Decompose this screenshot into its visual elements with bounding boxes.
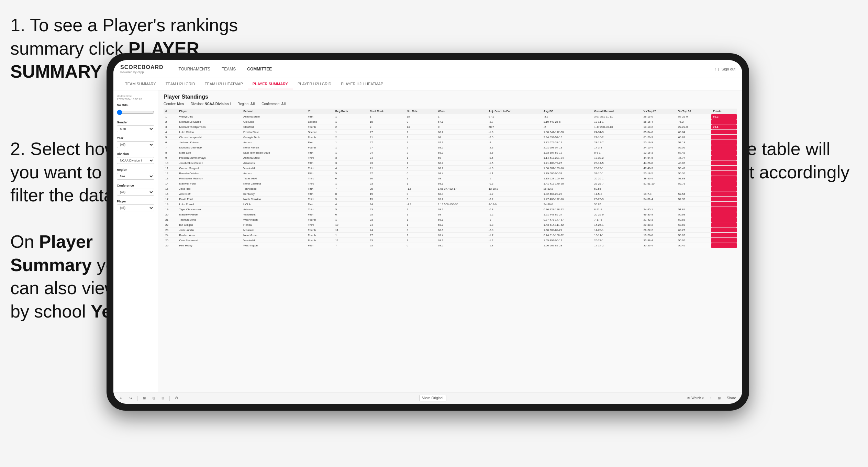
filter-row: Gender: Men Division: NCAA Division I Re… (164, 102, 737, 106)
share-button[interactable]: Share (725, 395, 738, 401)
table-row: 12Brendan ValdesAuburnFifth537068.4-1.11… (164, 171, 737, 176)
toolbar-right: 👁 Watch ▾ ↑ ⊞ Share (685, 395, 738, 401)
sidebar-filters: Update time: 27/03/2024 16:56:26 No Rds.… (113, 90, 158, 392)
gender-group: Gender Men Women (117, 121, 154, 132)
table-row: 21Tashiun SongWashingtonFourth123169.1-1… (164, 217, 737, 222)
division-select[interactable]: NCAA Division I NCAA Division II (117, 157, 154, 164)
region-group: Region N/A All (117, 168, 154, 180)
table-row: 8Mats EgeEast Tennessee StateFifth124268… (164, 150, 737, 155)
division-group: Division NCAA Division I NCAA Division I… (117, 152, 154, 164)
watch-button[interactable]: 👁 Watch ▾ (685, 395, 706, 401)
sub-nav: TEAM SUMMARY TEAM H2H GRID TEAM H2H HEAT… (113, 78, 742, 90)
standings-table: # Player School Yr Reg Rank Conf Rank No… (164, 109, 737, 248)
col-yr[interactable]: Yr (306, 109, 334, 114)
subnav-player-h2h-grid[interactable]: PLAYER H2H GRID (293, 79, 336, 89)
table-row: 15Jake HallTennesseeFifth728-1.51.66 377… (164, 186, 737, 191)
col-player[interactable]: Player (178, 109, 242, 114)
region-filter-display: Region: All (237, 102, 255, 106)
bottom-toolbar: ↩ ↪ | ⊞ ⎘ ⊟ | ⏱ View: Original 👁 Watch ▾… (113, 392, 742, 404)
paste-button[interactable]: ⎘ (151, 395, 157, 401)
table-row: 11Gordon SargentVanderbiltThird421068.7-… (164, 166, 737, 171)
region-select[interactable]: N/A All (117, 173, 154, 180)
col-avg-sg[interactable]: Avg SG (542, 109, 592, 114)
player-select[interactable]: (All) (117, 204, 154, 211)
main-content: Update time: 27/03/2024 16:56:26 No Rds.… (113, 90, 742, 392)
table-row: 26Petr HrubyWashingtonFifth725068.6-1.81… (164, 243, 737, 248)
table-row: 10Jacob Skov-OlesenArkansasFifth323168.4… (164, 160, 737, 166)
col-conf-rank[interactable]: Conf Rank (368, 109, 405, 114)
table-row: 2Michael Le SassoOle MissSecond118067.1-… (164, 119, 737, 124)
col-no-rds[interactable]: No. Rds. (405, 109, 436, 114)
table-row: 22Ian GilliganFloridaThird1024168.7-0.81… (164, 222, 737, 227)
copy-button[interactable]: ⊞ (141, 395, 148, 401)
table-row: 5Christo LamprechtGeorgia TechFourth2212… (164, 135, 737, 140)
app-header: SCOREBOARD Powered by clippi TOURNAMENTS… (113, 60, 742, 78)
table-row: 18Luke PowellUCLAFirst424-1.81.13 500-15… (164, 202, 737, 207)
redo-button[interactable]: ↪ (127, 395, 134, 401)
table-row: 9Preston SummerhaysArizona StateThird324… (164, 155, 737, 160)
update-time: Update time: 27/03/2024 16:56:26 (117, 94, 154, 101)
grid-button[interactable]: ⊞ (716, 395, 723, 401)
tablet-device: SCOREBOARD Powered by clippi TOURNAMENTS… (107, 53, 749, 411)
table-row: 14Maxwell FordNorth CarolinaThird123169.… (164, 181, 737, 186)
subnav-team-h2h-grid[interactable]: TEAM H2H GRID (161, 79, 200, 89)
instruction-1-prefix: 1. To see a Player's rankings summary cl… (10, 15, 238, 58)
conference-filter-display: Conference: All (261, 102, 286, 106)
col-reg-rank[interactable]: Reg Rank (334, 109, 368, 114)
gender-select[interactable]: Men Women (117, 125, 154, 132)
conference-label: Conference (117, 184, 154, 187)
player-group: Player (All) (117, 200, 154, 211)
division-label: Division (117, 152, 154, 156)
table-row: 20Matthew RiedelVanderbiltFifth625169-1.… (164, 212, 737, 217)
table-row: 17David FordNorth CarolinaThird919069.2-… (164, 197, 737, 202)
division-filter-display: Division: NCAA Division I (191, 102, 231, 106)
col-rank[interactable]: # (164, 109, 178, 114)
subnav-player-h2h-heatmap[interactable]: PLAYER H2H HEATMAP (336, 79, 388, 89)
table-row: 19Tiger ChristensenArizonaThird523269.2-… (164, 207, 737, 212)
logo-sub: Powered by clippi (120, 70, 164, 74)
conference-group: Conference (All) (117, 184, 154, 196)
col-adj-score[interactable]: Adj. Score to Par (487, 109, 542, 114)
nav-tournaments[interactable]: TOURNAMENTS (174, 65, 215, 74)
col-vs-top50[interactable]: Vs Top 50 (677, 109, 711, 114)
table-row: 24Bastien AmatNew MexicoFourth127269.4-1… (164, 233, 737, 238)
table-row: 6Jackson KoivunAuburnFirst127267.3-22.72… (164, 140, 737, 145)
table-row: 3Michael ThorbjornsenStanfordFourth22140… (164, 124, 737, 130)
col-wins[interactable]: Wins (436, 109, 487, 114)
no-rids-slider[interactable] (117, 110, 154, 115)
undo-button[interactable]: ↩ (118, 395, 124, 401)
export-button[interactable]: ↑ (708, 395, 714, 401)
table-row: 4Luke ClatonFlorida StateSecond127268.2-… (164, 130, 737, 135)
table-row: 7Nicholas GabrelcikNorth FloridaFourth12… (164, 145, 737, 150)
year-select[interactable]: (All) First Second Third Fourth Fifth (117, 141, 154, 148)
header-right: ↑ | Sign out (715, 67, 735, 71)
clock-button[interactable]: ⏱ (173, 395, 180, 401)
table-row: 16Alex GoffKentuckyFifth819068.3-1.71.92… (164, 191, 737, 197)
table-row: 25Cole SherwoodVanderbiltFourth1223169.3… (164, 238, 737, 243)
year-label: Year (117, 136, 154, 140)
col-school[interactable]: School (242, 109, 306, 114)
gender-label: Gender (117, 121, 154, 124)
player-label: Player (117, 200, 154, 203)
data-area: Player Standings Gender: Men Division: N… (158, 90, 742, 392)
instruction-2-text: 2. Select how you want to filter the dat… (10, 139, 118, 205)
table-row: 1Wenyi DingArizona StateFirst1115167.1-3… (164, 114, 737, 119)
col-overall-record[interactable]: Overall Record (592, 109, 642, 114)
subnav-player-summary[interactable]: PLAYER SUMMARY (248, 79, 293, 89)
view-original-button[interactable]: View: Original (419, 395, 447, 401)
table-row: 13Phichaksn MaichonTexas A&MThird630169-… (164, 176, 737, 181)
nav-teams[interactable]: TEAMS (217, 65, 241, 74)
table-title: Player Standings (164, 94, 737, 100)
sign-out-button[interactable]: Sign out (722, 67, 735, 71)
conference-select[interactable]: (All) (117, 189, 154, 196)
logo-area: SCOREBOARD Powered by clippi (120, 64, 164, 74)
col-points[interactable]: Points (711, 109, 737, 114)
col-vs-top25[interactable]: Vs Top 25 (642, 109, 677, 114)
nav-committee[interactable]: COMMITTEE (242, 65, 277, 74)
table-row: 23Jack LundinMissouriFourth1124068.6-2.3… (164, 227, 737, 233)
gender-filter-display: Gender: Men (164, 102, 184, 106)
subnav-team-h2h-heatmap[interactable]: TEAM H2H HEATMAP (200, 79, 248, 89)
year-group: Year (All) First Second Third Fourth Fif… (117, 136, 154, 148)
subnav-team-summary[interactable]: TEAM SUMMARY (120, 79, 161, 89)
format-button[interactable]: ⊟ (159, 395, 166, 401)
